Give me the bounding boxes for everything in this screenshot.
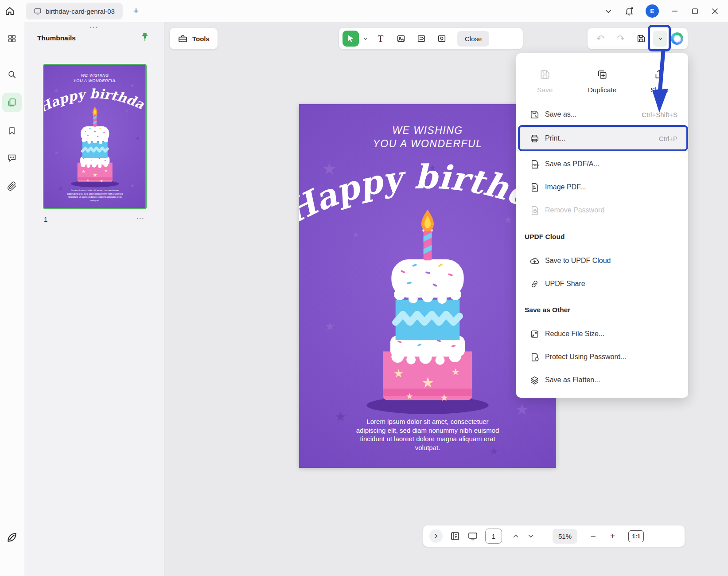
remove-password-icon — [529, 205, 540, 216]
sidebar-item-apps[interactable] — [2, 29, 22, 48]
image-pdf-icon — [529, 182, 540, 192]
menu-action-label: Share — [650, 86, 669, 94]
menu-action-label: Save — [537, 86, 553, 94]
close-button[interactable]: Close — [457, 31, 489, 47]
text-tool-button[interactable]: T — [371, 31, 390, 47]
save-button[interactable] — [633, 31, 650, 47]
menu-top-actions: Save Duplicate Share — [516, 59, 688, 103]
save-options-dropdown[interactable] — [653, 31, 667, 47]
page-number-input[interactable] — [485, 529, 502, 544]
actual-size-button[interactable]: 1:1 — [628, 530, 644, 542]
thumbnail-card: ★ ★ ★ ★ ★ ★ ★ ★ WE WISHING YOU A WONDERF… — [44, 65, 146, 208]
paperclip-icon — [7, 181, 17, 191]
maximize-button[interactable] — [691, 7, 699, 16]
page-options-button[interactable]: ⋯ — [136, 213, 145, 223]
menu-action-duplicate[interactable]: Duplicate — [573, 59, 631, 103]
menu-item-label: Save as... — [545, 110, 636, 118]
edit-toolbar: T Close — [339, 28, 523, 49]
zoom-in-button[interactable]: + — [610, 531, 615, 541]
presentation-icon[interactable] — [467, 531, 478, 541]
menu-section-updf-cloud: UPDF Cloud — [516, 230, 688, 244]
next-page-button[interactable] — [527, 532, 535, 540]
cursor-icon — [346, 35, 355, 43]
menu-action-label: Duplicate — [588, 86, 617, 94]
svg-text:★: ★ — [325, 320, 335, 333]
pin-panel-button[interactable] — [140, 32, 150, 43]
sidebar-item-thumbnails[interactable] — [2, 93, 22, 112]
menu-action-share[interactable]: Share — [631, 59, 688, 103]
menu-item-reduce-file-size[interactable]: Reduce File Size... — [516, 322, 688, 345]
menu-item-save-to-updf-cloud[interactable]: Save to UPDF Cloud — [516, 249, 688, 272]
status-bar: 51% − + 1:1 — [423, 525, 685, 547]
birthday-cake-illustration: ★ ★ ★ ★ ★ — [64, 102, 125, 190]
app-logo[interactable] — [2, 528, 22, 547]
titlebar: birthday-card-genral-03 + E — [0, 0, 728, 22]
zoom-level[interactable]: 51% — [553, 529, 577, 544]
card-body-text: Lorem ipsum dolor sit amet, consectetuer… — [65, 188, 125, 202]
menu-item-updf-share[interactable]: UPDF Share — [516, 272, 688, 295]
menu-item-save-as-pdfa[interactable]: PDF/A Save as PDF/A... — [516, 153, 688, 176]
previous-page-button[interactable] — [512, 532, 520, 540]
close-window-button[interactable] — [711, 7, 719, 16]
tab-title: birthday-card-genral-03 — [46, 8, 115, 15]
menu-item-save-as[interactable]: Save as... Ctrl+Shift+S — [516, 103, 688, 126]
page-layout-icon[interactable] — [450, 531, 460, 541]
undo-button: ↶ — [592, 31, 609, 47]
menu-section-save-as-other: Save as Other — [516, 303, 688, 317]
sidebar-item-attachments[interactable] — [2, 176, 22, 196]
menu-item-protect-using-password[interactable]: Protect Using Password... — [516, 345, 688, 368]
svg-text:★: ★ — [82, 169, 86, 174]
page-thumbnail-1[interactable]: ★ ★ ★ ★ ★ ★ ★ ★ WE WISHING YOU A WONDERF… — [43, 64, 147, 209]
sidebar-item-bookmarks[interactable] — [2, 121, 22, 141]
file-toolbar: ↶ ↷ — [588, 28, 688, 49]
user-avatar[interactable]: E — [646, 4, 659, 18]
collapse-chevron-icon[interactable] — [604, 7, 613, 16]
notification-bell-icon[interactable] — [624, 6, 634, 16]
form-tool-button[interactable] — [412, 31, 431, 47]
svg-text:★: ★ — [393, 367, 404, 380]
select-tool-dropdown[interactable] — [361, 31, 370, 47]
svg-text:★: ★ — [335, 409, 346, 424]
menu-item-save-as-flatten[interactable]: Save as Flatten... — [516, 368, 688, 392]
minimize-button[interactable] — [670, 7, 679, 16]
ai-assistant-icon — [673, 35, 681, 43]
print-icon — [529, 133, 540, 144]
pdfa-icon: PDF/A — [529, 159, 540, 169]
tools-button[interactable]: Tools — [170, 28, 218, 49]
sidebar-item-comments[interactable] — [2, 148, 22, 168]
menu-divider — [523, 299, 681, 299]
menu-item-label: Reduce File Size... — [545, 330, 677, 338]
svg-text:★: ★ — [135, 135, 140, 141]
svg-text:★: ★ — [58, 185, 63, 192]
save-icon — [539, 69, 551, 80]
new-tab-button[interactable]: + — [130, 5, 142, 17]
left-icon-rail — [0, 22, 24, 576]
document-monitor-icon — [34, 7, 42, 15]
duplicate-icon — [596, 69, 608, 80]
svg-text:★: ★ — [100, 179, 103, 183]
menu-item-image-pdf[interactable]: Image PDF... — [516, 176, 688, 199]
menu-item-print[interactable]: Print... Ctrl+P — [516, 126, 688, 151]
document-tab[interactable]: birthday-card-genral-03 — [26, 3, 123, 20]
expand-statusbar-button[interactable] — [429, 529, 443, 543]
save-icon — [636, 34, 646, 43]
menu-item-shortcut: Ctrl+P — [659, 135, 677, 142]
svg-text:★: ★ — [129, 182, 135, 189]
thumbnails-title: Thumbnails — [37, 34, 76, 42]
image-tool-button[interactable] — [392, 31, 410, 47]
svg-text:★: ★ — [93, 172, 98, 178]
svg-text:★: ★ — [86, 178, 90, 182]
ai-assistant-button[interactable] — [671, 32, 683, 45]
stamp-tool-button[interactable] — [432, 31, 451, 47]
panel-drag-handle[interactable]: ⋯ — [90, 22, 100, 32]
zoom-out-button[interactable]: − — [591, 531, 596, 541]
sidebar-item-search[interactable] — [2, 65, 22, 84]
card-body-text: Lorem ipsum dolor sit amet, consectetuer… — [352, 417, 503, 452]
select-tool-button[interactable] — [343, 31, 359, 47]
menu-item-label: UPDF Share — [545, 280, 677, 288]
menu-item-label: Save to UPDF Cloud — [545, 257, 677, 265]
menu-item-shortcut: Ctrl+Shift+S — [642, 111, 677, 118]
flatten-layers-icon — [529, 375, 540, 385]
redo-button: ↷ — [612, 31, 629, 47]
home-button[interactable] — [0, 6, 19, 16]
